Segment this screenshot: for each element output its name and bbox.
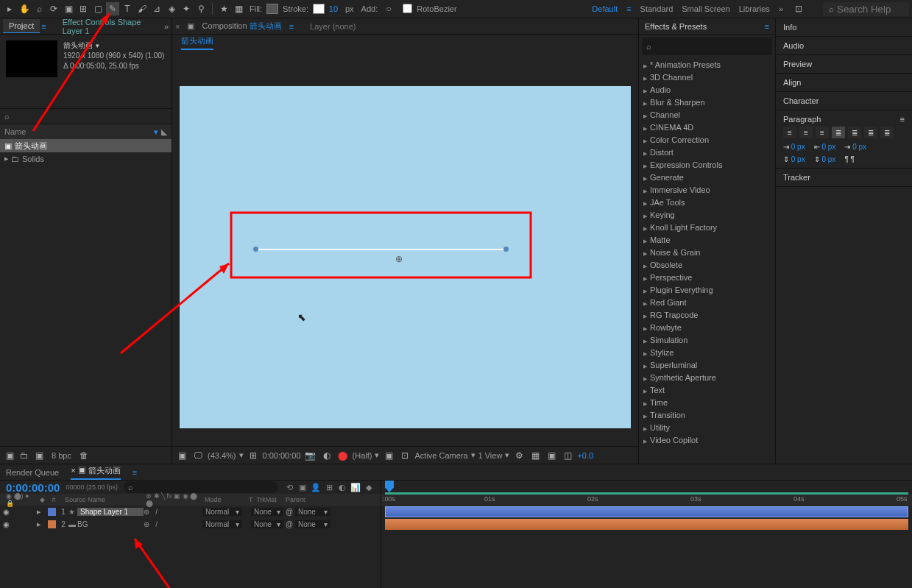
parent-dropdown[interactable]: None ▾ <box>295 520 330 528</box>
layer-switches[interactable]: ⊕ / <box>144 520 202 528</box>
pan-behind-tool[interactable]: ⊞ <box>77 2 90 15</box>
layer-bars[interactable] <box>381 506 912 588</box>
expand-caret-icon[interactable]: ▶ <box>37 509 46 515</box>
align-right-icon[interactable]: ≡ <box>816 127 829 138</box>
frame-blend-icon[interactable]: ⊞ <box>323 481 335 493</box>
layer-bar-2[interactable] <box>385 519 908 530</box>
timeline-layer-row[interactable]: ◉▶1★Shape Layer 1⊕ / Normal ▾None ▾@None… <box>0 506 381 518</box>
effect-category[interactable]: Noise & Grain <box>639 246 775 258</box>
paragraph-panel[interactable]: Paragraph≡ ≡ ≡ ≡ ≣ ≣ ≣ ≣ ⇥ 0 px ⇤ 0 px ⇥… <box>776 110 912 169</box>
playhead[interactable] <box>385 481 394 492</box>
timeline-comp-tab[interactable]: × ▣ 箭头动画 <box>71 465 121 480</box>
selection-tool[interactable]: ▸ <box>3 2 16 15</box>
fast-preview-icon[interactable]: ⚙ <box>512 449 526 462</box>
col-num[interactable]: # <box>46 496 62 503</box>
project-name-header[interactable]: Name ▾ ◣ <box>0 124 172 139</box>
delete-icon[interactable]: 🗑 <box>77 449 91 462</box>
path-vertex-2[interactable] <box>503 247 509 252</box>
path-vertex-1[interactable] <box>253 247 258 252</box>
indent-right[interactable]: ⇥ 0 px <box>844 143 866 151</box>
show-snapshot-icon[interactable]: ◐ <box>320 449 333 462</box>
bpc-label[interactable]: 8 bpc <box>52 451 71 460</box>
pickwhip-icon[interactable]: @ <box>283 508 295 516</box>
effect-category[interactable]: Distort <box>639 146 775 158</box>
timeline-layer-row[interactable]: ◉▶2▬BG⊕ / Normal ▾None ▾@None ▾ <box>0 518 381 531</box>
3d-icon[interactable]: ▦ <box>529 449 542 462</box>
project-item-comp[interactable]: ▣ 箭头动画 <box>0 139 172 152</box>
effect-category[interactable]: Text <box>639 383 775 396</box>
canvas-area[interactable]: ⊕ ⬉ <box>172 51 638 446</box>
camera-value[interactable]: Active Camera <box>414 451 467 460</box>
effect-category[interactable]: Immersive Video <box>639 183 775 196</box>
col-trkmat[interactable]: T TrkMat <box>246 496 283 503</box>
effect-category[interactable]: CINEMA 4D <box>639 121 775 133</box>
timecode-display[interactable]: 0:00:00:00 <box>263 451 301 460</box>
quality-value[interactable]: (Half) <box>353 451 372 460</box>
align-panel[interactable]: Align <box>776 74 912 92</box>
justify-all-icon[interactable]: ≣ <box>880 127 894 138</box>
new-folder-icon[interactable]: 🗀 <box>18 449 31 462</box>
blend-mode-dropdown[interactable]: Normal ▾ <box>202 520 242 528</box>
camera-dropdown-icon[interactable]: ▾ <box>471 450 476 460</box>
effect-category[interactable]: Red Giant <box>639 296 775 308</box>
brainstorm-icon[interactable]: ◆ <box>363 481 375 493</box>
effects-search[interactable]: ⌕ <box>642 38 772 55</box>
magnify-icon[interactable]: 🖵 <box>191 449 205 462</box>
trkmat-dropdown[interactable]: None ▾ <box>251 508 283 516</box>
effect-category[interactable]: Synthetic Aperture <box>639 371 775 383</box>
effect-category[interactable]: RG Trapcode <box>639 308 775 321</box>
work-area-bar[interactable] <box>385 492 908 495</box>
camera-tool[interactable]: ▣ <box>62 2 75 15</box>
effect-category[interactable]: Blur & Sharpen <box>639 96 775 108</box>
pickwhip-icon[interactable]: @ <box>283 520 295 528</box>
blend-mode-dropdown[interactable]: Normal ▾ <box>202 508 242 516</box>
views-value[interactable]: 1 View <box>478 451 503 460</box>
hand-tool[interactable]: ✋ <box>18 2 31 15</box>
exposure-value[interactable]: +0.0 <box>577 451 593 460</box>
effect-category[interactable]: Generate <box>639 171 775 183</box>
ws-small[interactable]: Small Screen <box>682 4 729 13</box>
col-label[interactable]: ◆ <box>37 496 46 503</box>
ws-default[interactable]: Default <box>592 4 618 13</box>
sort-icon[interactable]: ▾ <box>154 127 158 137</box>
new-comp-icon[interactable]: ▣ <box>32 449 46 462</box>
nested-comp-tab[interactable]: 箭头动画 <box>181 35 213 50</box>
ws-libraries[interactable]: Libraries <box>739 4 770 13</box>
col-switches[interactable]: ⊛ ✱ ╲ fx ▣ ◉ ⬤ ⬤ <box>143 492 202 507</box>
pixel-aspect-icon[interactable]: ◫ <box>561 449 574 462</box>
space-after[interactable]: ⇕ 0 px <box>814 155 836 163</box>
panel-menu-icon[interactable]: ≡ <box>289 22 294 31</box>
trkmat-dropdown[interactable]: None ▾ <box>251 520 283 528</box>
effect-category[interactable]: Plugin Everything <box>639 283 775 296</box>
space-before[interactable]: ⇕ 0 px <box>783 155 805 163</box>
effect-category[interactable]: Knoll Light Factory <box>639 221 775 233</box>
always-preview-icon[interactable]: ▣ <box>175 449 188 462</box>
effect-category[interactable]: Expression Controls <box>639 158 775 171</box>
expand-caret-icon[interactable]: ▶ <box>37 522 46 528</box>
col-source-name[interactable]: Source Name <box>62 496 143 503</box>
ws-more-icon[interactable]: » <box>779 4 783 13</box>
col-parent[interactable]: Parent <box>283 496 342 503</box>
comp-mini-flowchart-icon[interactable]: ⟲ <box>283 481 295 493</box>
stroke-swatch[interactable] <box>313 4 325 14</box>
brush-tool[interactable]: 🖌 <box>135 2 149 15</box>
pen-tool[interactable]: ✎ <box>106 2 119 15</box>
rotobezier-checkbox[interactable] <box>403 4 412 13</box>
layer-name[interactable]: BG <box>77 520 144 528</box>
visibility-icon[interactable]: ◉ <box>3 520 12 528</box>
zoom-dropdown-icon[interactable]: ▾ <box>239 450 244 460</box>
shy-icon[interactable]: 👤 <box>310 481 322 493</box>
zoom-value[interactable]: (43.4%) <box>208 451 236 460</box>
tracker-panel[interactable]: Tracker <box>776 169 912 187</box>
effect-category[interactable]: Video Copilot <box>639 433 775 446</box>
project-tab[interactable]: Project <box>3 19 40 33</box>
panel-more-icon[interactable]: » <box>164 22 169 31</box>
views-dropdown-icon[interactable]: ▾ <box>505 450 509 460</box>
fill-swatch[interactable] <box>266 4 278 14</box>
clone-tool[interactable]: ⊿ <box>150 2 163 15</box>
type-tool[interactable]: T <box>121 2 134 15</box>
effect-category[interactable]: Obsolete <box>639 258 775 271</box>
snapshot-icon[interactable]: 📷 <box>304 449 317 462</box>
effect-category[interactable]: Matte <box>639 233 775 246</box>
star-icon[interactable]: ★ <box>217 2 230 15</box>
